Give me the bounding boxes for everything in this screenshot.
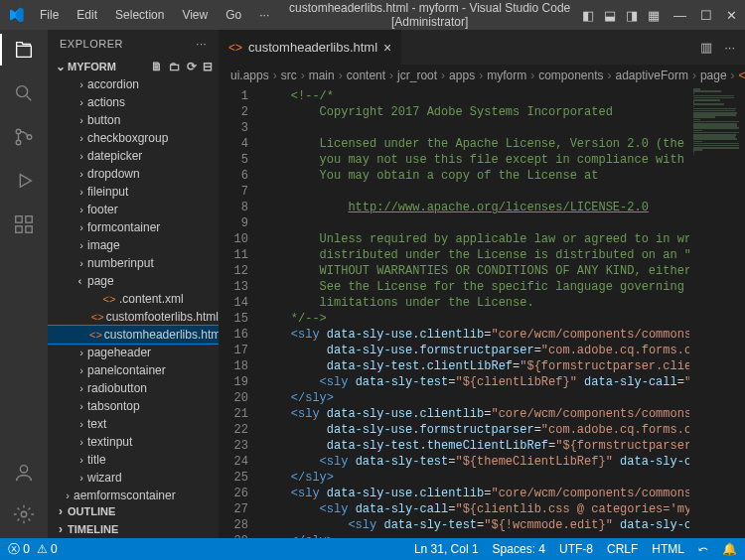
folder-page[interactable]: ⌄page (48, 272, 219, 290)
svg-rect-7 (26, 226, 32, 232)
status-cursor[interactable]: Ln 31, Col 1 (414, 542, 479, 556)
folder-title[interactable]: ›title (48, 451, 219, 469)
folder-actions[interactable]: ›actions (48, 93, 219, 111)
folder-accordion[interactable]: ›accordion (48, 75, 219, 93)
search-icon[interactable] (12, 81, 36, 105)
menu-go[interactable]: Go (218, 4, 249, 26)
folder-pageheader[interactable]: ›pageheader (48, 344, 219, 361)
line-gutter: 1234567891011121314151617181920212223242… (219, 86, 262, 538)
status-lang[interactable]: HTML (652, 542, 684, 556)
panel-right-icon[interactable]: ◨ (626, 8, 638, 23)
folder-panelcontainer[interactable]: ›panelcontainer (48, 361, 219, 379)
folder-textinput[interactable]: ›textinput (48, 433, 219, 451)
status-eol[interactable]: CRLF (607, 542, 638, 556)
menu-view[interactable]: View (174, 4, 216, 26)
crumb-jcr_root[interactable]: jcr_root (397, 69, 437, 82)
svg-point-8 (20, 466, 27, 473)
explorer-icon[interactable] (12, 38, 36, 62)
collapse-icon[interactable]: ⊟ (203, 60, 213, 73)
new-folder-icon[interactable]: 🗀 (169, 60, 181, 73)
tree-label: pageheader (87, 346, 151, 359)
account-icon[interactable] (12, 461, 36, 485)
crumb-page[interactable]: page (700, 69, 727, 82)
status-errors[interactable]: ⓧ 0 ⚠ 0 (8, 541, 58, 558)
file-icon: <> (89, 329, 102, 341)
folder-numberinput[interactable]: ›numberinput (48, 254, 219, 272)
chevron-icon: › (62, 490, 74, 501)
chevron-down-icon: ⌄ (54, 60, 68, 73)
code-content[interactable]: <!--/* Copyright 2017 Adobe Systems Inco… (262, 86, 689, 538)
titlebar: FileEditSelectionViewGo··· customheaderl… (0, 0, 745, 30)
file--content-xml[interactable]: <>.content.xml (48, 290, 219, 308)
svg-point-1 (16, 129, 21, 134)
folder-radiobutton[interactable]: ›radiobutton (48, 379, 219, 397)
panel-bottom-icon[interactable]: ⬓ (604, 8, 616, 23)
menu-selection[interactable]: Selection (107, 4, 172, 26)
source-control-icon[interactable] (12, 125, 36, 149)
folder-tabsontop[interactable]: ›tabsontop (48, 397, 219, 415)
layout-grid-icon[interactable]: ▦ (648, 8, 660, 23)
crumb-main[interactable]: main (309, 69, 335, 82)
sidebar-more-icon[interactable]: ··· (196, 38, 207, 50)
file-customheaderlibs-html[interactable]: <>customheaderlibs.html (48, 326, 219, 344)
folder-footer[interactable]: ›footer (48, 201, 219, 218)
crumb-components[interactable]: components (538, 69, 603, 82)
folder-datepicker[interactable]: ›datepicker (48, 147, 219, 165)
folder-checkboxgroup[interactable]: ›checkboxgroup (48, 129, 219, 147)
folder-text[interactable]: ›text (48, 415, 219, 433)
tab-more-icon[interactable]: ··· (724, 40, 735, 55)
file-customfooterlibs-html[interactable]: <>customfooterlibs.html (48, 308, 219, 326)
folder-aemformscontainer[interactable]: ›aemformscontainer (48, 487, 219, 502)
outline-section[interactable]: › OUTLINE (48, 502, 219, 520)
file-tree[interactable]: ›accordion›actions›button›checkboxgroup›… (48, 75, 219, 502)
split-editor-icon[interactable]: ▥ (700, 40, 712, 55)
crumb-myform[interactable]: myform (487, 69, 526, 82)
status-spaces[interactable]: Spaces: 4 (493, 542, 545, 556)
feedback-icon[interactable]: ⤺ (698, 542, 708, 556)
timeline-label: TIMELINE (68, 523, 118, 535)
chevron-icon: › (75, 436, 87, 448)
extensions-icon[interactable] (12, 212, 36, 236)
window-controls: — ☐ ✕ (673, 8, 737, 23)
svg-point-2 (16, 140, 21, 145)
new-file-icon[interactable]: 🗎 (151, 60, 163, 73)
folder-button[interactable]: ›button (48, 111, 219, 129)
chevron-icon: › (75, 204, 87, 215)
crumb-ui.apps[interactable]: ui.apps (230, 69, 269, 82)
close-icon[interactable]: ✕ (726, 8, 737, 23)
folder-wizard[interactable]: ›wizard (48, 469, 219, 487)
menu-···[interactable]: ··· (251, 4, 277, 26)
debug-icon[interactable] (12, 169, 36, 193)
layout-controls: ◧ ⬓ ◨ ▦ (582, 8, 660, 23)
refresh-icon[interactable]: ⟳ (187, 60, 197, 73)
folder-dropdown[interactable]: ›dropdown (48, 165, 219, 183)
chevron-right-icon: › (54, 504, 68, 518)
breadcrumb[interactable]: ui.apps›src›main›content›jcr_root›apps›m… (219, 65, 745, 86)
timeline-section[interactable]: › TIMELINE (48, 520, 219, 538)
maximize-icon[interactable]: ☐ (700, 8, 712, 23)
panel-left-icon[interactable]: ◧ (582, 8, 594, 23)
crumb-customheaderlibs[interactable]: <> customheaderlibs (739, 69, 745, 82)
chevron-icon: › (75, 221, 87, 233)
tab-customheaderlibs[interactable]: <> customheaderlibs.html × (219, 30, 402, 65)
settings-icon[interactable] (12, 502, 36, 526)
folder-root[interactable]: ⌄ MYFORM 🗎 🗀 ⟳ ⊟ (48, 58, 219, 75)
minimap[interactable] (689, 86, 745, 538)
tab-close-icon[interactable]: × (383, 40, 391, 56)
crumb-adaptiveForm[interactable]: adaptiveForm (616, 69, 688, 82)
tree-label: image (87, 238, 120, 252)
status-encoding[interactable]: UTF-8 (559, 542, 593, 556)
crumb-src[interactable]: src (281, 69, 297, 82)
crumb-content[interactable]: content (347, 69, 385, 82)
menu-file[interactable]: File (32, 4, 67, 26)
menu-edit[interactable]: Edit (69, 4, 105, 26)
tab-label: customheaderlibs.html (248, 40, 377, 55)
chevron-icon: › (75, 150, 87, 162)
folder-image[interactable]: ›image (48, 236, 219, 254)
code-area[interactable]: 1234567891011121314151617181920212223242… (219, 86, 745, 538)
folder-fileinput[interactable]: ›fileinput (48, 183, 219, 201)
folder-formcontainer[interactable]: ›formcontainer (48, 218, 219, 236)
crumb-apps[interactable]: apps (449, 69, 475, 82)
minimize-icon[interactable]: — (673, 8, 686, 23)
bell-icon[interactable]: 🔔 (722, 542, 737, 556)
